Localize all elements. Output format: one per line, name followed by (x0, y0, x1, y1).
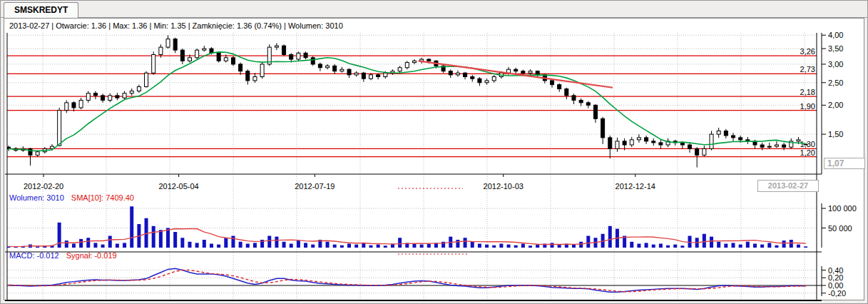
macd-tick-label: -0,20 (828, 289, 846, 298)
volume-tick-label: 50 000 (828, 224, 852, 233)
volume-tick-label: 100 000 (828, 204, 857, 213)
price-tick-label: 1,50 (828, 130, 843, 138)
volume-header: Wolumen: 3010 SMA[10]: 7409.40 (9, 193, 134, 202)
last-date-box: 2013-02-27 (757, 180, 819, 192)
level-label: 2,73 (800, 65, 815, 74)
level-label: 3,26 (800, 47, 815, 56)
price-tick-label: 3,50 (828, 44, 843, 53)
price-marker-box: 1,07 (824, 158, 865, 169)
price-tick-label: 2,00 (828, 101, 843, 109)
volume-sma-line (9, 228, 806, 246)
app-window: SMSKREDYT 3,262,732,181,901,301,204,003,… (0, 0, 868, 304)
candles (7, 35, 808, 167)
date-tick-label: 2012-05-04 (158, 182, 198, 191)
price-tick-label: 2,50 (828, 78, 843, 87)
date-tick-label: 2012-10-03 (484, 182, 524, 191)
volume-sma-title: SMA[10]: 7409.40 (71, 193, 134, 202)
price-tick-label: 4,00 (828, 31, 843, 39)
macd-signal-title: Sygnał: -0.019 (66, 251, 117, 260)
price-axis: 4,003,503,002,502,001,50 (822, 31, 843, 174)
level-label: 1,20 (800, 148, 815, 157)
macd-header: MACD: -0.012 Sygnał: -0.019 (9, 251, 117, 260)
volume-bars (7, 206, 808, 248)
level-label: 2,18 (800, 88, 815, 96)
price-tick-label: 3,00 (828, 60, 843, 69)
volume-axis: 100 00050 000 (822, 203, 857, 248)
date-tick-label: 2012-07-19 (295, 182, 335, 191)
level-label: 1,90 (800, 102, 815, 111)
macd-title: MACD: -0.012 (9, 251, 59, 260)
trendline (419, 61, 613, 87)
volume-title: Wolumen: 3010 (9, 193, 64, 202)
date-tick-label: 2012-12-14 (616, 182, 655, 191)
level-lines: 3,262,732,181,901,301,20 (7, 47, 817, 156)
gridlines (7, 33, 817, 299)
macd-axis: 0,400,200,00-0,20 (822, 266, 846, 298)
date-tick-label: 2012-02-20 (24, 182, 63, 191)
chart-canvas[interactable]: 3,262,732,181,901,301,204,003,503,002,50… (1, 1, 868, 304)
date-axis: 2012-02-202012-05-042012-07-192012-10-03… (24, 174, 655, 191)
quote-info-bar: 2013-02-27 | Otwarcie: 1.36 | Max: 1.36 … (9, 21, 343, 30)
